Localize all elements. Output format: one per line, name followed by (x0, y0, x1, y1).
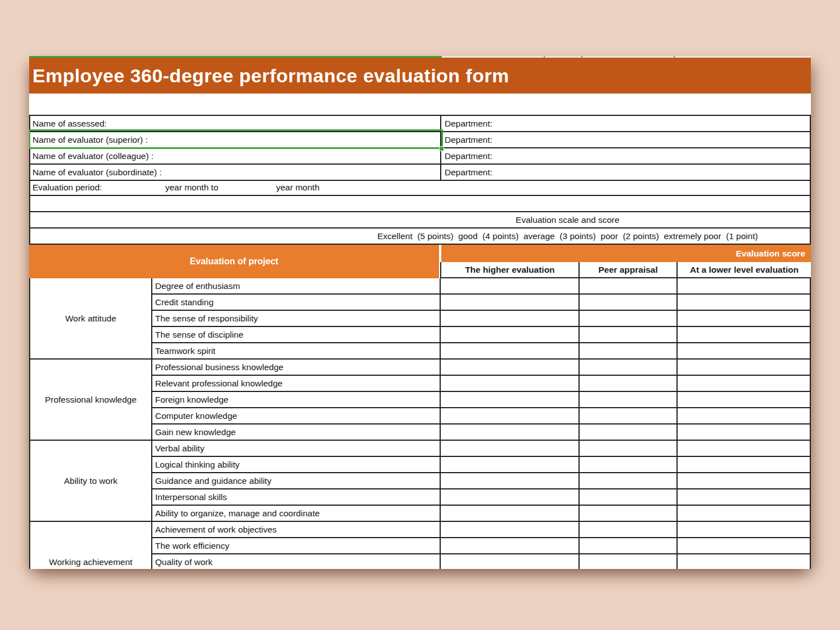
empty-spacer-row[interactable] (29, 196, 811, 212)
category-cell[interactable]: Work attitude (30, 278, 152, 360)
score-cell-lower[interactable] (678, 538, 811, 554)
score-cell-higher[interactable] (441, 424, 580, 441)
score-cell-lower[interactable] (678, 554, 811, 569)
score-cell-lower[interactable] (678, 457, 811, 473)
column-header-peer-appraisal[interactable]: Peer appraisal (580, 262, 678, 277)
score-cell-higher[interactable] (441, 554, 580, 569)
score-cell-peer[interactable] (580, 506, 678, 522)
score-cell-lower[interactable] (678, 376, 811, 392)
criterion-label: Achievement of work objectives (155, 525, 277, 535)
score-cell-lower[interactable] (678, 473, 811, 489)
info-cell-evaluator[interactable]: Name of evaluator (superior) : (30, 132, 441, 147)
criterion-cell[interactable]: Credit standing (152, 295, 441, 311)
criterion-cell[interactable]: Foreign knowledge (152, 392, 441, 408)
criterion-cell[interactable]: Logical thinking ability (152, 457, 441, 473)
score-cell-peer[interactable] (580, 295, 678, 311)
scale-title-row[interactable]: Evaluation scale and score (29, 212, 811, 228)
info-cell-evaluator[interactable]: Name of evaluator (subordinate) : (30, 165, 441, 180)
score-cell-lower[interactable] (678, 360, 811, 376)
score-cell-higher[interactable] (441, 441, 580, 457)
department-cell[interactable]: Department: (441, 165, 810, 180)
score-cell-peer[interactable] (580, 278, 678, 295)
department-cell[interactable]: Department: (441, 148, 810, 164)
score-cell-peer[interactable] (580, 360, 678, 376)
info-label: Name of evaluator (superior) : (32, 135, 148, 145)
score-cell-peer[interactable] (580, 457, 678, 473)
score-cell-peer[interactable] (580, 522, 678, 538)
criterion-cell[interactable]: Computer knowledge (152, 408, 441, 424)
score-cell-lower[interactable] (678, 522, 811, 538)
score-cell-peer[interactable] (580, 392, 678, 408)
score-cell-higher[interactable] (441, 489, 580, 506)
criterion-cell[interactable]: Teamwork spirit (152, 343, 441, 360)
score-cell-peer[interactable] (580, 376, 678, 392)
criterion-label: Professional business knowledge (155, 362, 283, 372)
score-cell-higher[interactable] (441, 392, 580, 408)
department-cell[interactable]: Department: (441, 116, 810, 131)
score-cell-higher[interactable] (441, 360, 580, 376)
score-cell-lower[interactable] (678, 441, 811, 457)
criterion-cell[interactable]: Verbal ability (152, 441, 441, 457)
score-cell-lower[interactable] (678, 489, 811, 506)
score-cell-peer[interactable] (580, 554, 678, 569)
score-cell-higher[interactable] (441, 408, 580, 424)
info-cell-assessed[interactable]: Name of assessed: (30, 116, 441, 131)
form-title-bar[interactable]: Employee 360-degree performance evaluati… (29, 58, 811, 94)
criterion-cell[interactable]: Guidance and guidance ability (152, 473, 441, 489)
score-cell-peer[interactable] (580, 424, 678, 441)
score-cell-higher[interactable] (441, 457, 580, 473)
score-cell-peer[interactable] (580, 327, 678, 343)
evaluation-score-header-cell[interactable]: Evaluation score (441, 245, 811, 262)
score-cell-peer[interactable] (580, 311, 678, 327)
criterion-cell[interactable]: Relevant professional knowledge (152, 376, 441, 392)
score-cell-higher[interactable] (441, 522, 580, 538)
score-cell-peer[interactable] (580, 473, 678, 489)
score-cell-lower[interactable] (678, 278, 811, 295)
score-cell-higher[interactable] (441, 473, 580, 489)
info-cell-evaluator[interactable]: Name of evaluator (colleague) : (30, 148, 441, 164)
score-cell-higher[interactable] (441, 327, 580, 343)
criterion-cell[interactable]: Quality of work (152, 554, 441, 569)
criterion-cell[interactable]: Professional business knowledge (152, 360, 441, 376)
column-header-higher-evaluation[interactable]: The higher evaluation (441, 262, 580, 277)
criterion-cell[interactable]: The sense of discipline (152, 327, 441, 343)
score-cell-higher[interactable] (441, 538, 580, 554)
score-cell-lower[interactable] (678, 424, 811, 441)
score-cell-higher[interactable] (441, 295, 580, 311)
score-cell-lower[interactable] (678, 327, 811, 343)
criterion-cell[interactable]: Ability to organize, manage and coordina… (152, 506, 441, 522)
score-cell-lower[interactable] (678, 343, 811, 360)
column-header-lower-level-evaluation[interactable]: At a lower level evaluation (678, 262, 811, 277)
selection-fill-handle[interactable] (439, 146, 444, 151)
criterion-cell[interactable]: Gain new knowledge (152, 424, 441, 441)
score-cell-lower[interactable] (678, 311, 811, 327)
score-cell-higher[interactable] (441, 376, 580, 392)
category-cell[interactable]: Working achievement (30, 522, 152, 569)
score-cell-peer[interactable] (580, 343, 678, 360)
score-cell-lower[interactable] (678, 295, 811, 311)
score-cell-peer[interactable] (580, 441, 678, 457)
criterion-cell[interactable]: The work efficiency (152, 538, 441, 554)
criterion-cell[interactable]: Achievement of work objectives (152, 522, 441, 538)
score-cell-higher[interactable] (441, 278, 580, 295)
score-cell-higher[interactable] (441, 311, 580, 327)
category-cell[interactable]: Ability to work (30, 441, 152, 522)
score-cell-lower[interactable] (678, 506, 811, 522)
criterion-cell[interactable]: The sense of responsibility (152, 311, 441, 327)
evaluation-period-row[interactable]: Evaluation period: year month to year mo… (29, 180, 811, 196)
department-cell[interactable]: Department: (441, 132, 810, 147)
criterion-cell[interactable]: Degree of enthusiasm (152, 278, 441, 295)
score-cell-lower[interactable] (678, 408, 811, 424)
score-cell-peer[interactable] (580, 538, 678, 554)
score-cell-lower[interactable] (678, 392, 811, 408)
category-cell[interactable]: Professional knowledge (30, 360, 152, 441)
evaluation-of-project-header-cell[interactable]: Evaluation of project (29, 245, 440, 278)
score-cell-higher[interactable] (441, 506, 580, 522)
score-cell-higher[interactable] (441, 343, 580, 360)
score-cell-peer[interactable] (580, 489, 678, 506)
category-label: Work attitude (65, 314, 116, 324)
category-label: Professional knowledge (45, 395, 137, 405)
score-cell-peer[interactable] (580, 408, 678, 424)
scale-values-row[interactable]: Excellent (5 points) good (4 points) ave… (29, 228, 811, 245)
criterion-cell[interactable]: Interpersonal skills (152, 489, 441, 506)
